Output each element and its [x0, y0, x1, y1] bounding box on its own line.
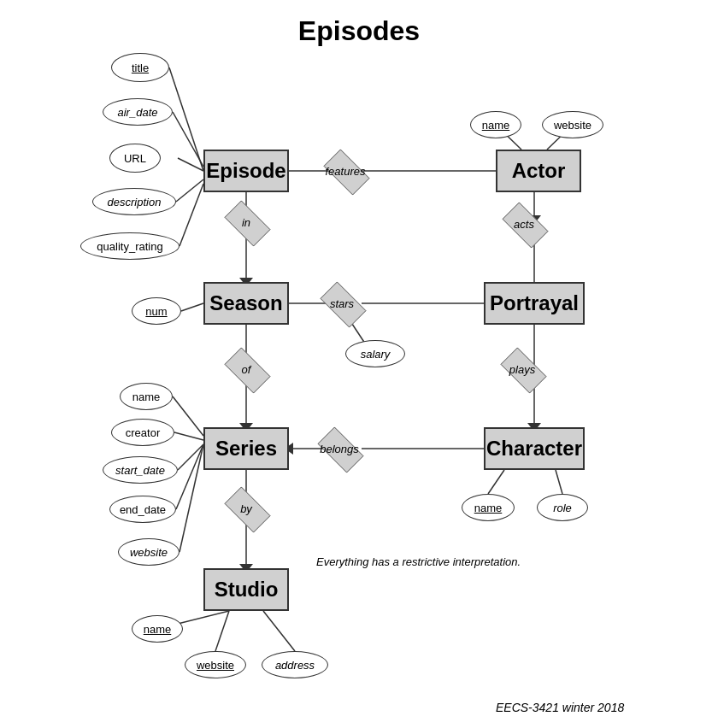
attr-char-role: role — [537, 494, 588, 521]
relationship-features: features — [308, 154, 383, 188]
page-title: Episodes — [0, 15, 718, 47]
relationship-stars: stars — [308, 286, 376, 320]
svg-line-14 — [178, 444, 203, 470]
attr-char-name: name — [462, 494, 515, 521]
svg-line-13 — [174, 432, 203, 440]
relationship-in: in — [216, 205, 276, 239]
svg-line-15 — [176, 444, 203, 509]
svg-line-22 — [263, 611, 295, 651]
diagram-container: Episodes — [0, 0, 718, 728]
svg-line-4 — [180, 184, 203, 246]
attr-ep-quality: quality_rating — [80, 232, 180, 260]
entity-portrayal: Portrayal — [484, 282, 585, 325]
entity-character: Character — [484, 427, 585, 470]
entity-episode: Episode — [203, 150, 289, 192]
attr-studio-name: name — [132, 615, 183, 643]
attr-studio-website: website — [185, 651, 246, 678]
relationship-acts: acts — [494, 207, 554, 241]
relationship-by: by — [216, 491, 276, 525]
attr-actor-name: name — [470, 111, 521, 138]
entity-season: Season — [203, 282, 289, 325]
svg-line-8 — [181, 303, 203, 311]
entity-studio: Studio — [203, 568, 289, 611]
svg-line-35 — [488, 470, 504, 494]
attr-series-website: website — [118, 538, 180, 566]
svg-line-12 — [173, 396, 203, 436]
attr-series-enddate: end_date — [109, 496, 176, 523]
svg-line-2 — [178, 158, 203, 171]
svg-line-21 — [215, 611, 229, 651]
attr-series-creator: creator — [111, 419, 174, 446]
attr-ep-airdate: air_date — [103, 98, 173, 126]
relationship-plays: plays — [492, 352, 552, 386]
attr-ep-desc: description — [92, 188, 176, 215]
svg-line-3 — [176, 179, 203, 202]
svg-line-0 — [169, 68, 203, 171]
course-code: EECS-3421 winter 2018 — [496, 701, 624, 714]
svg-line-16 — [180, 444, 203, 552]
attr-salary: salary — [345, 340, 405, 367]
attr-ep-url: URL — [109, 144, 161, 173]
attr-ep-title: title — [111, 53, 169, 82]
footnote: Everything has a restrictive interpretat… — [316, 555, 521, 568]
attr-series-startdate: start_date — [103, 456, 178, 484]
svg-line-36 — [556, 470, 562, 494]
attr-series-name: name — [120, 383, 173, 410]
svg-line-1 — [173, 112, 203, 167]
attr-studio-address: address — [262, 651, 328, 678]
attr-season-num: num — [132, 297, 181, 325]
entity-series: Series — [203, 427, 289, 470]
entity-actor: Actor — [496, 150, 581, 192]
relationship-of: of — [216, 352, 276, 386]
attr-actor-website: website — [542, 111, 603, 138]
relationship-belongs: belongs — [301, 432, 378, 466]
